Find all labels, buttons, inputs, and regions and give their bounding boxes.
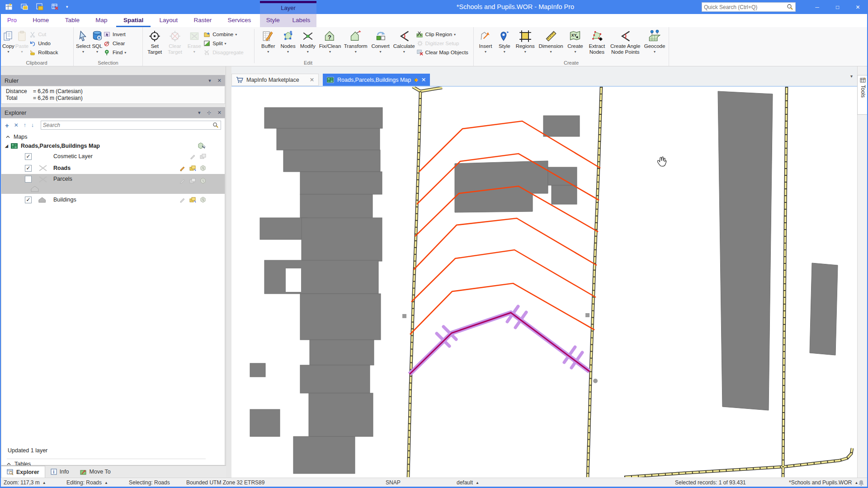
clear-selection-button[interactable]: Clear bbox=[104, 39, 126, 48]
selected-road[interactable] bbox=[410, 306, 590, 374]
region-style-swatch[interactable] bbox=[37, 196, 49, 203]
ruler-panel-header[interactable]: Ruler ▾✕ bbox=[1, 75, 225, 86]
clip-region-button[interactable]: Clip Region▾ bbox=[416, 30, 472, 39]
create-button[interactable]: XY Create▾ bbox=[566, 28, 585, 54]
explorer-search-icon[interactable] bbox=[212, 122, 219, 128]
explorer-pin-icon[interactable]: ⊹ bbox=[207, 110, 211, 116]
invert-selection-button[interactable]: Clip RegionInvert bbox=[104, 30, 126, 39]
qat-customize-icon[interactable]: ▾ bbox=[66, 5, 68, 9]
regions-button[interactable]: Regions▾ bbox=[514, 28, 537, 54]
layer-row-buildings[interactable]: ✓ Buildings bbox=[1, 194, 225, 206]
disaggregate-button[interactable]: Disaggregate bbox=[203, 48, 250, 57]
tab-raster[interactable]: Raster bbox=[186, 14, 219, 27]
nodes-button[interactable]: Nodes▾ bbox=[279, 28, 297, 54]
editable-icon[interactable] bbox=[179, 165, 186, 172]
erase-button[interactable]: Erase▾ bbox=[185, 28, 203, 54]
modify-button[interactable]: Modify▾ bbox=[298, 28, 317, 54]
tab-map[interactable]: Map bbox=[88, 14, 114, 27]
layer-visibility-checkbox[interactable] bbox=[25, 176, 32, 183]
move-up-icon[interactable]: ↑ bbox=[24, 122, 26, 128]
combine-button[interactable]: Combine▾ bbox=[203, 30, 250, 39]
explorer-close-icon[interactable]: ✕ bbox=[217, 110, 222, 116]
close-table-icon[interactable]: ✕ bbox=[14, 122, 19, 128]
dock-splitter[interactable] bbox=[226, 66, 231, 478]
move-down-icon[interactable]: ↓ bbox=[31, 122, 34, 128]
region-style-swatch[interactable] bbox=[30, 185, 41, 192]
status-zoom[interactable]: Zoom: 117,3 m▲ bbox=[4, 479, 46, 486]
cut-button[interactable]: Cut bbox=[29, 30, 58, 39]
hotlink-icon[interactable] bbox=[200, 165, 207, 172]
convert-button[interactable]: Convert▾ bbox=[369, 28, 391, 54]
ruler-close-icon[interactable]: ✕ bbox=[217, 78, 222, 84]
tab-move-to[interactable]: Move To bbox=[75, 466, 116, 478]
select-button[interactable]: Select▾ bbox=[76, 28, 90, 54]
notifications-bell-icon[interactable] bbox=[858, 479, 864, 486]
hotlink-icon[interactable] bbox=[200, 197, 207, 203]
explorer-search-box[interactable] bbox=[41, 121, 221, 130]
tab-style[interactable]: Style bbox=[264, 14, 283, 27]
dimension-button[interactable]: Dimension▾ bbox=[538, 28, 565, 54]
sql-button[interactable]: SQL▾ bbox=[91, 28, 103, 54]
close-tab-icon[interactable]: ✕ bbox=[421, 76, 426, 83]
doc-tab-marketplace[interactable]: MapInfo Marketplace ✕ bbox=[231, 74, 319, 86]
tab-labels[interactable]: Labels bbox=[289, 14, 313, 27]
rollback-button[interactable]: Rollback bbox=[29, 48, 58, 57]
tools-vertical-tab[interactable]: Tools bbox=[857, 75, 868, 115]
tab-list-chevron-icon[interactable]: ▾ bbox=[850, 74, 853, 79]
quick-search-box[interactable] bbox=[702, 2, 796, 12]
close-table-icon[interactable] bbox=[51, 2, 60, 11]
paste-button[interactable]: Paste▾ bbox=[15, 28, 28, 54]
copy-button[interactable]: Copy▾ bbox=[2, 28, 14, 54]
insert-button[interactable]: Insert▾ bbox=[476, 28, 495, 54]
digitizer-setup-button[interactable]: Digitizer Setup bbox=[416, 39, 472, 48]
explorer-collapse-icon[interactable]: ▾ bbox=[198, 110, 201, 116]
tab-table[interactable]: Table bbox=[58, 14, 87, 27]
close-tab-icon[interactable]: ✕ bbox=[310, 76, 314, 83]
save-workspace-icon[interactable] bbox=[35, 2, 44, 11]
minimize-button[interactable]: ─ bbox=[807, 0, 827, 14]
tab-spatial[interactable]: Spatial bbox=[116, 14, 151, 27]
maximize-button[interactable]: □ bbox=[827, 0, 848, 14]
doc-tab-map[interactable]: Roads,Parcels,Buildings Map ◆ ✕ bbox=[323, 74, 430, 86]
tree-expand-icon[interactable]: ◢ bbox=[5, 144, 8, 148]
layer-row-cosmetic[interactable]: ✓ Cosmetic Layer bbox=[1, 150, 225, 162]
calculate-button[interactable]: Calculate▾ bbox=[392, 28, 416, 54]
roads-layer[interactable] bbox=[408, 87, 852, 477]
buffer-button[interactable]: Buffer▾ bbox=[259, 28, 278, 54]
explorer-search-input[interactable] bbox=[43, 122, 212, 128]
tab-pro[interactable]: Pro bbox=[0, 14, 24, 27]
selectable-icon[interactable] bbox=[189, 197, 196, 203]
layer-row-roads[interactable]: ✓ Roads bbox=[1, 162, 225, 174]
hotlink-icon[interactable] bbox=[200, 178, 207, 184]
status-projection[interactable]: Bounded UTM Zone 32 ETRS89 bbox=[186, 479, 264, 486]
tab-layout[interactable]: Layout bbox=[152, 14, 185, 27]
layer-visibility-checkbox[interactable]: ✓ bbox=[25, 153, 32, 160]
status-workspace[interactable]: *Schools and Pupils.WOR▲ bbox=[789, 479, 858, 486]
geocode-button[interactable]: Geocode▾ bbox=[643, 28, 666, 54]
style-button[interactable]: Style▾ bbox=[496, 28, 513, 54]
status-snap[interactable]: SNAP bbox=[386, 479, 401, 486]
editable-icon[interactable] bbox=[179, 197, 186, 203]
layer-visibility-checkbox[interactable]: ✓ bbox=[25, 165, 32, 172]
set-target-button[interactable]: SetTarget bbox=[145, 28, 165, 55]
selectable-icon[interactable] bbox=[200, 153, 207, 160]
map-node[interactable]: ◢ Roads,Parcels,Buildings Map bbox=[1, 141, 225, 150]
line-style-swatch[interactable] bbox=[37, 164, 49, 172]
search-icon[interactable] bbox=[787, 4, 793, 10]
editable-icon[interactable] bbox=[189, 153, 196, 160]
selectable-icon[interactable] bbox=[189, 178, 196, 184]
layer-control-icon[interactable] bbox=[198, 142, 206, 149]
tab-services[interactable]: Services bbox=[221, 14, 259, 27]
fix-clean-button[interactable]: ? Fix/Clean▾ bbox=[318, 28, 342, 54]
status-selecting[interactable]: Selecting: Roads bbox=[129, 479, 170, 486]
clear-target-button[interactable]: ClearTarget bbox=[165, 28, 185, 55]
window-list-icon[interactable] bbox=[20, 2, 29, 11]
extract-nodes-button[interactable]: ExtractNodes bbox=[586, 28, 608, 55]
open-table-icon[interactable] bbox=[5, 2, 14, 11]
split-button[interactable]: Split▾ bbox=[203, 39, 250, 48]
tab-explorer[interactable]: Explorer bbox=[1, 466, 45, 478]
tab-info[interactable]: i Info bbox=[45, 466, 75, 478]
status-editing[interactable]: Editing: Roads▲ bbox=[66, 479, 108, 486]
parcel-lines-layer[interactable] bbox=[410, 121, 600, 334]
ruler-collapse-icon[interactable]: ▾ bbox=[208, 78, 211, 84]
